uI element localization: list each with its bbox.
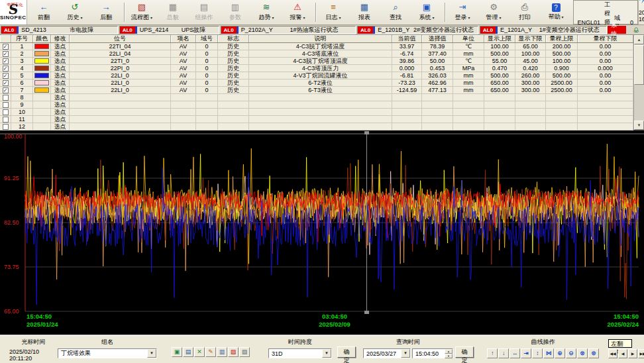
spin-down-icon[interactable]: ▼ — [445, 354, 453, 358]
column-header-0[interactable] — [0, 35, 11, 42]
column-header-6[interactable]: 域号 — [196, 35, 218, 42]
toolbar-button-login[interactable]: ⇥登录▾ — [447, 1, 478, 24]
row-checkbox[interactable] — [3, 95, 9, 101]
row-checkbox[interactable] — [3, 109, 9, 115]
checkbox-cell[interactable]: ✓ — [0, 58, 11, 64]
table-row[interactable]: ✓3选点22TI_0AV0历史4-C3脱丁烷塔顶温度39.8650.00℃55.… — [0, 58, 633, 65]
checkbox-cell[interactable] — [0, 123, 11, 130]
zoom-reset-icon[interactable]: ⊛ — [588, 348, 599, 358]
table-row[interactable]: 10选点 — [0, 109, 633, 116]
span-confirm-button[interactable]: 确定 — [337, 346, 356, 358]
cell-modify[interactable]: 选点 — [51, 94, 70, 101]
cell-modify[interactable]: 选点 — [51, 65, 70, 72]
alarm-cell-E_1201A_Y[interactable]: AL0E_1201A_Y1#变频空冷器运行状态 — [480, 26, 608, 34]
toolbar-button-group-operate[interactable]: ▤组操作 — [189, 1, 220, 24]
row-checkbox[interactable]: ✓ — [3, 66, 9, 72]
zoom-in-icon[interactable]: ⊕ — [555, 348, 565, 358]
toolbar-button-help[interactable]: ?帮助▾ — [541, 1, 572, 24]
nav-first-icon[interactable]: ◀◀ — [608, 349, 617, 358]
alarm-cell-E_1201B_Y[interactable]: AL0E_1201B_Y2#变频空冷器运行状态 — [357, 26, 478, 34]
nav-prev-icon[interactable]: ◀ — [618, 349, 627, 358]
cell-modify[interactable]: 选点 — [51, 50, 70, 57]
cell-modify[interactable]: 选点 — [51, 58, 70, 64]
row-checkbox[interactable]: ✓ — [3, 44, 9, 50]
edit-pen-icon[interactable]: ✎ — [205, 347, 216, 357]
toolbar-button-history[interactable]: ↺历史▾ — [60, 1, 91, 24]
table-row[interactable]: 11选点 — [0, 116, 633, 123]
toolbar-button-trend[interactable]: ≋趋势▾ — [251, 1, 282, 24]
cell-modify[interactable]: 选点 — [51, 123, 70, 130]
curve-up-icon[interactable]: ↑ — [487, 348, 498, 358]
scroll-down-icon[interactable]: ▼ — [634, 121, 644, 130]
toolbar-button-search[interactable]: ⌕查找 — [380, 1, 411, 24]
column-header-2[interactable]: 颜色 — [33, 35, 51, 42]
cell-modify[interactable]: 选点 — [51, 79, 70, 86]
checkbox-cell[interactable]: ✓ — [0, 43, 11, 50]
chart-time-cursor[interactable] — [366, 134, 367, 311]
copy-icon[interactable]: ▧ — [239, 347, 250, 357]
row-checkbox[interactable]: ✓ — [3, 51, 9, 57]
checkbox-cell[interactable]: ✓ — [0, 79, 11, 86]
delete-icon[interactable]: ✕ — [194, 347, 205, 357]
cell-modify[interactable]: 选点 — [51, 87, 70, 93]
column-header-1[interactable]: 序号 — [11, 35, 33, 42]
row-checkbox[interactable] — [3, 102, 9, 108]
toolbar-button-log[interactable]: ≡日志▾ — [318, 1, 349, 24]
row-checkbox[interactable]: ✓ — [3, 80, 9, 86]
table-row[interactable]: ✓6选点22LI_0AV0历史6-T2液位-73.23462.96mm650.0… — [0, 79, 633, 87]
trend-chart-canvas[interactable] — [0, 130, 644, 335]
chevron-down-icon[interactable]: ▼ — [401, 349, 410, 358]
column-header-11[interactable]: 单位 — [453, 35, 484, 42]
column-header-13[interactable]: 显示下限 — [515, 35, 546, 42]
toolbar-button-system[interactable]: ▣系统▾ — [411, 1, 443, 24]
toolbar-button-overview[interactable]: ▦总貌 — [158, 1, 189, 24]
table-row[interactable]: 9选点 — [0, 101, 633, 109]
column-header-7[interactable]: 标志 — [218, 35, 249, 42]
column-header-10[interactable]: 选择值 — [422, 35, 453, 42]
table-row[interactable]: ✓5选点22LI_0AV0历史4-V3丁烷回流罐液位-6.81326.03mm5… — [0, 72, 633, 79]
curve-h-expand-icon[interactable]: ↔ — [510, 348, 520, 358]
column-header-4[interactable]: 位号 — [70, 35, 171, 42]
chevron-down-icon[interactable]: ▼ — [147, 349, 156, 358]
curve-v-expand-icon[interactable]: ↕ — [532, 348, 543, 358]
curve-switch-icon[interactable]: ▨ — [228, 347, 239, 357]
cell-modify[interactable]: 选点 — [51, 116, 70, 123]
cursor-handle-top[interactable] — [364, 131, 369, 134]
zoom-box-icon[interactable]: ⊗ — [577, 348, 588, 358]
time-span-dropdown[interactable]: 31D ▼ — [268, 348, 332, 358]
column-header-3[interactable]: 修改 — [51, 35, 70, 42]
alarm-cell-P_2102A_Y[interactable]: AL0P_2102A_Y1#热油泵运行状态 — [221, 26, 356, 34]
row-checkbox[interactable] — [3, 124, 9, 130]
alarm-cell-UPS_4214[interactable]: AL0UPS_4214UPS故障 — [119, 26, 219, 34]
query-confirm-button[interactable]: 确定 — [455, 346, 474, 358]
nav-next-icon[interactable]: ▶ — [628, 349, 637, 358]
checkbox-cell[interactable] — [0, 109, 11, 115]
cell-modify[interactable]: 选点 — [51, 43, 70, 50]
scrollbar-thumb[interactable] — [634, 45, 644, 85]
checkbox-cell[interactable]: ✓ — [0, 50, 11, 57]
row-checkbox[interactable]: ✓ — [3, 87, 9, 93]
toolbar-button-flow-diagram[interactable]: ▧流程图▾ — [127, 1, 158, 24]
alarm-bell-icon[interactable]: 🕭 — [633, 26, 640, 34]
table-row[interactable]: 8选点 — [0, 94, 633, 101]
table-row[interactable]: ✓1选点22TI_04AV0历史4-C3脱丁烷塔温度33.9778.39℃100… — [0, 43, 633, 50]
spin-up-icon[interactable]: ▲ — [445, 349, 453, 354]
cell-modify[interactable]: 选点 — [51, 72, 70, 79]
row-checkbox[interactable]: ✓ — [3, 73, 9, 79]
column-header-8[interactable]: 说明 — [249, 35, 392, 42]
toolbar-button-print[interactable]: ⎙打印 — [510, 1, 541, 24]
column-header-14[interactable]: 量程上限 — [546, 35, 578, 42]
table-row[interactable]: ✓2选点22LI_04AV0历史4-C3塔底液位-6.74377.40mm500… — [0, 50, 633, 58]
trend-chart-panel[interactable]: 100.0091.2582.5073.7565.0015:04:502025/0… — [0, 130, 644, 335]
zoom-out-icon[interactable]: ⊖ — [566, 348, 576, 358]
column-header-5[interactable]: 项名 — [171, 35, 196, 42]
column-header-12[interactable]: 显示上限 — [484, 35, 515, 42]
trend-config-icon[interactable]: ▣ — [172, 347, 182, 357]
chevron-down-icon[interactable]: ▼ — [322, 349, 331, 358]
column-header-9[interactable]: 当前值 — [392, 35, 422, 42]
nav-fast-icon[interactable]: ▶▶ — [638, 349, 644, 358]
cell-modify[interactable]: 选点 — [51, 109, 70, 115]
curve-v-compress-icon[interactable]: ⋈ — [543, 348, 554, 358]
query-time-spinner[interactable]: 15:04:50 ▲▼ — [412, 348, 453, 358]
table-row[interactable]: ✓4选点22PI_0AV0历史4-C3塔顶压力0.0000.453MPa0.47… — [0, 65, 633, 72]
